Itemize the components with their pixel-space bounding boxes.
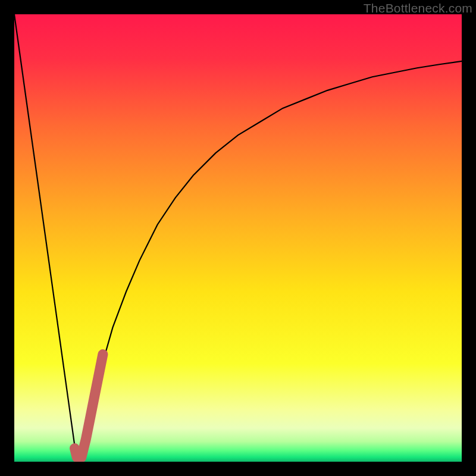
- plot-area: [14, 14, 462, 462]
- chart-svg: [14, 14, 462, 462]
- chart-frame: TheBottleneck.com: [0, 0, 476, 476]
- watermark-text: TheBottleneck.com: [364, 1, 472, 15]
- gradient-background: [14, 14, 462, 462]
